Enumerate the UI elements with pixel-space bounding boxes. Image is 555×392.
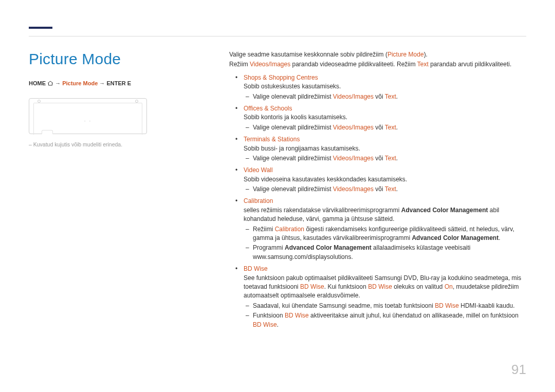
- page-number: 91: [511, 362, 526, 378]
- home-icon: [47, 81, 53, 87]
- sub-list: Saadaval, kui ühendate Samsungi seadme, …: [244, 302, 526, 329]
- breadcrumb: HOME → Picture Mode → ENTER E: [29, 80, 209, 87]
- ellipsis-icon: · ·: [84, 118, 91, 124]
- highlight-on: On: [445, 283, 453, 290]
- breadcrumb-home: HOME: [29, 80, 46, 86]
- breadcrumb-arrow-1: →: [55, 80, 61, 86]
- text: parandab arvuti pildikvaliteeti.: [429, 61, 511, 68]
- highlight-bdwise: BD Wise: [435, 302, 459, 309]
- text: või: [374, 155, 385, 162]
- sub-list-item: Valige olenevalt pildirežiimist Videos/I…: [244, 154, 526, 163]
- device-illustration: · ·: [29, 98, 147, 134]
- text: Valige olenevalt pildirežiimist: [253, 124, 333, 131]
- item-body: Sobib videoseina kasutavates keskkondade…: [244, 175, 526, 184]
- text: .: [396, 124, 398, 131]
- breadcrumb-current: Picture Mode: [62, 80, 98, 86]
- highlight-calibration: Calibration: [275, 226, 304, 233]
- highlight-text: Text: [417, 61, 429, 68]
- sub-list: Valige olenevalt pildirežiimist Videos/I…: [244, 185, 526, 194]
- text: parandab videoseadme pildikvaliteeti. Re…: [290, 61, 417, 68]
- highlight-text: Text: [385, 93, 396, 100]
- item-title: Calibration: [244, 197, 526, 206]
- sub-list-item: Saadaval, kui ühendate Samsungi seadme, …: [244, 302, 526, 310]
- text: või: [374, 93, 385, 100]
- text: Valige olenevalt pildirežiimist: [253, 155, 333, 162]
- breadcrumb-arrow-2: →: [99, 80, 105, 86]
- highlight-text: Text: [385, 185, 396, 193]
- highlight-picture-mode: Picture Mode: [387, 51, 424, 58]
- device-tab-icon: [42, 130, 53, 134]
- text: Valige olenevalt pildirežiimist: [253, 93, 333, 100]
- text: Režiim: [229, 61, 250, 68]
- emphasis: Advanced Color Management: [285, 244, 372, 251]
- highlight-bdwise: BD Wise: [300, 283, 324, 290]
- text: ).: [424, 51, 428, 58]
- highlight-videos-images: Videos/Images: [333, 185, 374, 193]
- text: või: [374, 185, 385, 193]
- intro-line-2: Režiim Videos/Images parandab videoseadm…: [229, 60, 526, 69]
- text: Valige seadme kasutamise keskkonnale sob…: [229, 51, 387, 58]
- highlight-bdwise: BD Wise: [285, 312, 309, 319]
- list-item: Shops & Shopping CentresSobib ostukeskus…: [229, 73, 526, 101]
- emphasis: Advanced Color Management: [401, 207, 488, 214]
- list-item: Video WallSobib videoseina kasutavates k…: [229, 166, 526, 194]
- list-item: Offices & SchoolsSobib kontoris ja kooli…: [229, 104, 526, 132]
- item-title: Video Wall: [244, 166, 526, 175]
- highlight-text: Text: [385, 155, 396, 162]
- sub-list: Režiimi Calibration õigesti rakendamisek…: [244, 225, 526, 262]
- sub-list-item: Programmi Advanced Color Management alla…: [244, 244, 526, 262]
- item-body: See funktsioon pakub optimaalset pildikv…: [244, 274, 526, 301]
- item-body: Sobib kontoris ja koolis kasutamiseks.: [244, 113, 526, 122]
- page-title: Picture Mode: [29, 50, 209, 68]
- highlight-videos-images: Videos/Images: [333, 155, 374, 162]
- item-title: Terminals & Stations: [244, 135, 526, 144]
- left-column: Picture Mode HOME → Picture Mode → ENTER…: [29, 50, 229, 147]
- sub-list: Valige olenevalt pildirežiimist Videos/I…: [244, 123, 526, 132]
- sub-list-item: Režiimi Calibration õigesti rakendamisek…: [244, 225, 526, 243]
- highlight-text: Text: [385, 124, 396, 131]
- list-item: Terminals & StationsSobib bussi- ja rong…: [229, 135, 526, 163]
- breadcrumb-tail: ENTER E: [106, 80, 131, 86]
- text: .: [396, 155, 398, 162]
- sub-list: Valige olenevalt pildirežiimist Videos/I…: [244, 92, 526, 101]
- emphasis: Advanced Color Management: [412, 234, 498, 241]
- header-divider: [29, 36, 526, 36]
- item-body: selles režiimis rakendatakse värvikalibr…: [244, 206, 526, 224]
- sub-list-item: Valige olenevalt pildirežiimist Videos/I…: [244, 185, 526, 194]
- item-title: Offices & Schools: [244, 104, 526, 113]
- highlight-bdwise: BD Wise: [253, 321, 277, 328]
- right-column: Valige seadme kasutamise keskkonnale sob…: [229, 50, 526, 332]
- header-accent-bar: [29, 27, 52, 29]
- page-columns: Picture Mode HOME → Picture Mode → ENTER…: [29, 50, 526, 332]
- item-body: Sobib bussi- ja rongijaamas kasutamiseks…: [244, 144, 526, 153]
- intro-line-1: Valige seadme kasutamise keskkonnale sob…: [229, 50, 526, 59]
- highlight-videos-images: Videos/Images: [333, 93, 374, 100]
- highlight-videos-images: Videos/Images: [333, 124, 374, 131]
- list-item-bdwise: BD WiseSee funktsioon pakub optimaalset …: [229, 265, 526, 329]
- item-body: Sobib ostukeskustes kasutamiseks.: [244, 82, 526, 91]
- list-item-calibration: Calibrationselles režiimis rakendatakse …: [229, 197, 526, 262]
- text: või: [374, 124, 385, 131]
- sub-list-item: Funktsioon BD Wise aktiveeritakse ainult…: [244, 311, 526, 329]
- highlight-videos-images: Videos/Images: [250, 61, 290, 68]
- sub-list-item: Valige olenevalt pildirežiimist Videos/I…: [244, 123, 526, 132]
- text: .: [396, 185, 398, 193]
- highlight-bdwise: BD Wise: [368, 283, 392, 290]
- text: Valige olenevalt pildirežiimist: [253, 185, 333, 193]
- item-title: Shops & Shopping Centres: [244, 73, 526, 82]
- text: .: [396, 93, 398, 100]
- item-title: BD Wise: [244, 265, 526, 273]
- illustration-footnote: Kuvatud kujutis võib mudeliti erineda.: [29, 141, 209, 147]
- sub-list: Valige olenevalt pildirežiimist Videos/I…: [244, 154, 526, 163]
- sub-list-item: Valige olenevalt pildirežiimist Videos/I…: [244, 92, 526, 101]
- mode-list: Shops & Shopping CentresSobib ostukeskus…: [229, 73, 526, 329]
